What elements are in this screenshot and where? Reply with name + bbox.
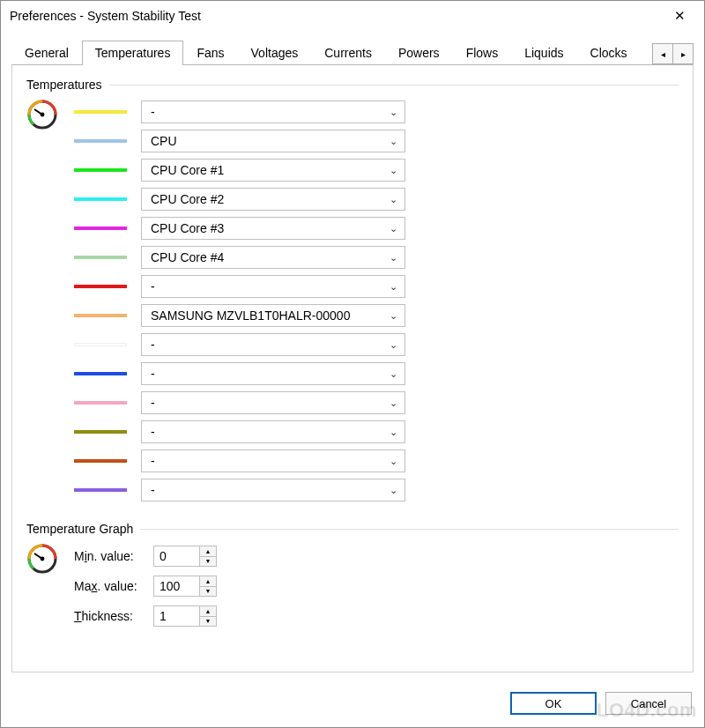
color-swatch [74,168,127,172]
tab-scroll-left[interactable]: ◂ [652,43,673,64]
ok-button[interactable]: OK [510,692,597,715]
sensor-combobox[interactable]: -⌄ [141,391,405,414]
chevron-down-icon: ⌄ [390,310,397,322]
chevron-down-icon: ⌄ [390,223,397,234]
temperature-row: -⌄ [74,360,405,387]
sensor-combobox[interactable]: CPU Core #4⌄ [141,246,405,269]
sensor-value: CPU [151,134,177,148]
max-value-input[interactable] [153,576,199,597]
close-button[interactable]: ✕ [662,4,697,28]
sensor-combobox[interactable]: -⌄ [141,333,405,356]
temperature-graph-section: Temperature Graph Min. value: [26,522,679,633]
sensor-value: CPU Core #3 [151,221,224,235]
chevron-right-icon: ▸ [681,49,686,59]
chevron-down-icon: ⌄ [390,194,397,205]
chevron-down-icon: ⌄ [390,427,397,438]
max-value-label: Max. value: [74,579,153,593]
chevron-down-icon: ⌄ [390,397,397,409]
spin-up-icon[interactable]: ▲ [200,606,216,617]
spin-up-icon[interactable]: ▲ [200,546,216,557]
sensor-combobox[interactable]: SAMSUNG MZVLB1T0HALR-00000⌄ [141,304,405,327]
sensor-combobox[interactable]: CPU Core #2⌄ [141,188,405,211]
chevron-down-icon: ⌄ [390,252,397,264]
chevron-down-icon: ⌄ [390,456,397,467]
chevron-down-icon: ⌄ [390,107,397,118]
sensor-value: - [151,279,155,293]
sensor-value: CPU Core #2 [151,192,224,206]
temperature-row: CPU Core #2⌄ [74,186,405,212]
spin-down-icon[interactable]: ▼ [200,557,216,567]
color-swatch [74,197,127,201]
spin-up-icon[interactable]: ▲ [200,576,216,587]
tabstrip: General Temperatures Fans Voltages Curre… [11,38,694,64]
color-swatch [74,110,127,114]
section-title: Temperature Graph [26,522,133,536]
gauge-icon [26,543,58,575]
chevron-down-icon: ⌄ [390,136,397,147]
tab-currents[interactable]: Currents [311,41,385,65]
sensor-combobox[interactable]: CPU Core #3⌄ [141,217,405,240]
max-value-spinner[interactable]: ▲ ▼ [153,576,217,597]
sensor-combobox[interactable]: -⌄ [141,275,405,298]
color-swatch [74,459,127,463]
chevron-down-icon: ⌄ [390,339,397,351]
color-swatch [74,139,127,143]
svg-point-2 [41,113,45,117]
min-value-spinner[interactable]: ▲ ▼ [153,546,217,567]
tab-scroll-right[interactable]: ▸ [673,43,694,64]
titlebar: Preferences - System Stability Test ✕ [1,1,704,31]
dialog-footer: OK Cancel [1,683,704,727]
color-swatch [74,227,127,230]
sensor-value: - [151,425,155,439]
sensor-combobox[interactable]: -⌄ [141,479,405,501]
spin-down-icon[interactable]: ▼ [200,587,216,597]
tab-temperatures[interactable]: Temperatures [82,41,184,65]
sensor-combobox[interactable]: -⌄ [141,362,405,385]
tabpage-temperatures: Temperatures -⌄CPU⌄CPU Core #1⌄CPU Core … [11,64,694,672]
tab-voltages[interactable]: Voltages [238,41,312,65]
color-swatch [74,285,127,288]
sensor-combobox[interactable]: CPU⌄ [141,130,405,152]
graph-fields: Min. value: ▲ ▼ Max. value: [74,543,217,633]
sensor-value: - [151,338,155,352]
sensor-value: CPU Core #1 [151,163,224,177]
temperature-row: -⌄ [74,99,405,125]
tab-powers[interactable]: Powers [385,41,453,65]
cancel-button[interactable]: Cancel [605,692,692,715]
tab-flows[interactable]: Flows [453,41,512,65]
spin-down-icon[interactable]: ▼ [200,617,216,627]
section-title: Temperatures [26,78,102,92]
dialog-body: General Temperatures Fans Voltages Curre… [1,31,704,683]
temperature-row: SAMSUNG MZVLB1T0HALR-00000⌄ [74,302,405,329]
color-swatch [74,430,127,434]
preferences-dialog: Preferences - System Stability Test ✕ Ge… [0,0,705,728]
thickness-spinner[interactable]: ▲ ▼ [153,605,217,627]
tab-clocks[interactable]: Clocks [577,41,641,65]
sensor-combobox[interactable]: CPU Core #1⌄ [141,159,405,182]
spin-buttons: ▲ ▼ [199,546,217,567]
sensor-combobox[interactable]: -⌄ [141,420,405,443]
min-value-row: Min. value: ▲ ▼ [74,543,217,569]
chevron-down-icon: ⌄ [390,485,397,496]
color-swatch [74,372,127,375]
section-header-temperatures: Temperatures [26,78,679,92]
divider [109,85,679,85]
sensor-combobox[interactable]: -⌄ [141,100,405,123]
temperature-row: CPU Core #4⌄ [74,244,405,271]
temperature-row: CPU Core #1⌄ [74,157,405,183]
min-value-label: Min. value: [74,549,153,563]
temperature-row: -⌄ [74,390,405,416]
color-swatch [74,256,127,259]
tab-liquids[interactable]: Liquids [511,41,576,65]
tab-fans[interactable]: Fans [183,41,237,65]
thickness-row: Thickness: ▲ ▼ [74,603,217,629]
thickness-input[interactable] [153,605,199,627]
sensor-combobox[interactable]: -⌄ [141,449,405,472]
tab-general[interactable]: General [11,41,82,65]
min-value-input[interactable] [153,546,199,567]
temperature-row: -⌄ [74,448,405,474]
color-swatch [74,401,127,405]
thickness-label: Thickness: [74,609,153,623]
sensor-value: - [151,483,155,497]
color-swatch [74,314,127,317]
